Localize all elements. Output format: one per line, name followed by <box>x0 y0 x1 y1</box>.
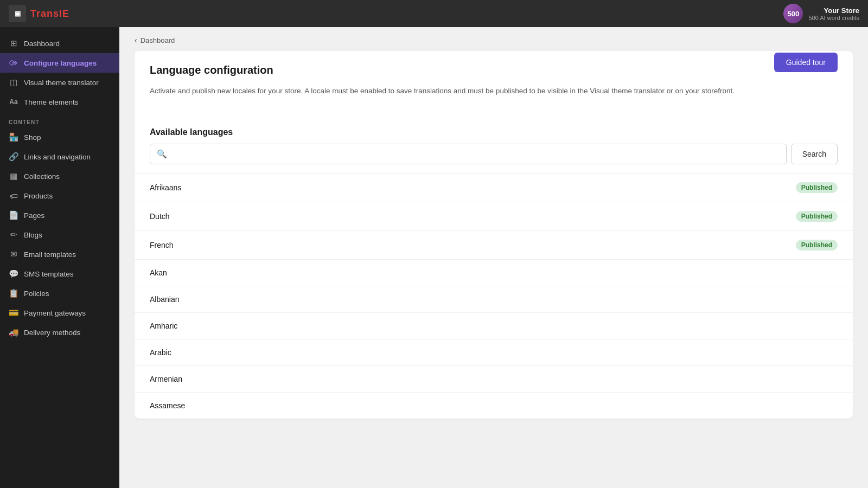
sidebar-item-collections[interactable]: ▦ Collections <box>0 166 119 186</box>
store-info: Your Store 500 AI word credits <box>808 7 859 21</box>
language-name: Amharic <box>150 322 177 330</box>
sidebar-label-collections: Collections <box>24 172 60 181</box>
layout: ⊞ Dashboard Configure languages ◫ Visual… <box>0 27 868 488</box>
status-badge: Published <box>796 182 838 193</box>
search-row: 🔍 Search <box>135 144 853 164</box>
language-list: AfrikaansPublishedDutchPublishedFrenchPu… <box>135 173 853 419</box>
breadcrumb-arrow: ‹ <box>135 36 137 44</box>
topbar-right: 500 Your Store 500 AI word credits <box>783 4 859 23</box>
language-name: Assamese <box>150 401 185 410</box>
links-navigation-icon: 🔗 <box>9 152 18 162</box>
dashboard-icon: ⊞ <box>9 38 18 48</box>
sidebar-label-visual-theme-translator: Visual theme translator <box>24 79 99 87</box>
language-row[interactable]: Albanian <box>135 286 853 312</box>
language-row[interactable]: FrenchPublished <box>135 230 853 259</box>
pages-icon: 📄 <box>9 210 18 220</box>
language-row[interactable]: Amharic <box>135 312 853 339</box>
language-name: Arabic <box>150 348 171 357</box>
language-row[interactable]: Assamese <box>135 392 853 419</box>
status-badge: Published <box>796 240 838 251</box>
sidebar-label-shop: Shop <box>24 133 41 142</box>
products-icon: 🏷 <box>9 191 18 201</box>
topbar: ▣ TranslE 500 Your Store 500 AI word cre… <box>0 0 868 27</box>
search-icon: 🔍 <box>157 149 167 159</box>
search-input[interactable] <box>171 144 780 164</box>
logo-icon: ▣ <box>9 5 26 22</box>
delivery-methods-icon: 🚚 <box>9 328 18 337</box>
language-row[interactable]: Arabic <box>135 339 853 365</box>
sidebar-label-theme-elements: Theme elements <box>24 98 79 106</box>
sidebar-item-visual-theme-translator[interactable]: ◫ Visual theme translator <box>0 73 119 92</box>
sidebar-label-configure-languages: Configure languages <box>24 59 97 67</box>
language-name: Albanian <box>150 295 180 304</box>
sidebar-item-payment-gateways[interactable]: 💳 Payment gateways <box>0 303 119 323</box>
sidebar-item-email-templates[interactable]: ✉ Email templates <box>0 245 119 264</box>
language-row[interactable]: Armenian <box>135 365 853 392</box>
visual-theme-translator-icon: ◫ <box>9 78 18 87</box>
language-name: Armenian <box>150 375 182 383</box>
language-name: Dutch <box>150 212 170 221</box>
blogs-icon: ✏ <box>9 230 18 240</box>
card-header: Language configuration Guided tour Activ… <box>135 51 853 117</box>
sidebar-label-delivery-methods: Delivery methods <box>24 329 80 337</box>
language-row[interactable]: AfrikaansPublished <box>135 173 853 202</box>
sidebar-item-theme-elements[interactable]: Aa Theme elements <box>0 92 119 112</box>
language-row[interactable]: Akan <box>135 259 853 286</box>
sidebar-label-dashboard: Dashboard <box>24 40 60 48</box>
card-title: Language configuration <box>150 64 838 76</box>
sms-templates-icon: 💬 <box>9 269 18 279</box>
sidebar-item-sms-templates[interactable]: 💬 SMS templates <box>0 264 119 284</box>
sidebar-label-policies: Policies <box>24 290 49 298</box>
language-name: Afrikaans <box>150 183 181 192</box>
breadcrumb: ‹ Dashboard <box>119 27 868 49</box>
store-avatar: 500 <box>783 4 803 23</box>
sidebar-item-policies[interactable]: 📋 Policies <box>0 284 119 303</box>
sidebar-item-dashboard[interactable]: ⊞ Dashboard <box>0 34 119 53</box>
store-name: Your Store <box>808 7 859 15</box>
sidebar-item-blogs[interactable]: ✏ Blogs <box>0 225 119 245</box>
search-input-wrap: 🔍 <box>150 144 787 164</box>
sidebar-label-pages: Pages <box>24 211 44 220</box>
sidebar-item-links-navigation[interactable]: 🔗 Links and navigation <box>0 147 119 166</box>
main-content: ‹ Dashboard Language configuration Guide… <box>119 27 868 488</box>
available-languages-title: Available languages <box>135 117 853 144</box>
payment-gateways-icon: 💳 <box>9 308 18 318</box>
collections-icon: ▦ <box>9 171 18 181</box>
sidebar-item-configure-languages[interactable]: Configure languages <box>0 53 119 73</box>
sidebar-label-blogs: Blogs <box>24 231 42 239</box>
language-row[interactable]: DutchPublished <box>135 202 853 230</box>
sidebar-item-delivery-methods[interactable]: 🚚 Delivery methods <box>0 323 119 342</box>
sidebar-label-links-navigation: Links and navigation <box>24 153 91 161</box>
guided-tour-button[interactable]: Guided tour <box>774 53 838 72</box>
sidebar-label-payment-gateways: Payment gateways <box>24 309 86 317</box>
card-description: Activate and publish new locales for you… <box>150 85 838 97</box>
language-config-card: Language configuration Guided tour Activ… <box>135 51 853 419</box>
sidebar-item-shop[interactable]: 🏪 Shop <box>0 127 119 147</box>
theme-elements-icon: Aa <box>9 97 18 107</box>
logo-text: TranslE <box>30 8 69 20</box>
search-button[interactable]: Search <box>791 144 838 164</box>
configure-languages-icon <box>9 58 18 68</box>
shop-icon: 🏪 <box>9 132 18 142</box>
email-templates-icon: ✉ <box>9 249 18 259</box>
store-credits: 500 AI word credits <box>808 15 859 21</box>
content-section-label: CONTENT <box>0 112 119 127</box>
sidebar-label-products: Products <box>24 192 53 200</box>
language-name: French <box>150 241 174 249</box>
sidebar-item-pages[interactable]: 📄 Pages <box>0 206 119 225</box>
breadcrumb-dashboard-link[interactable]: Dashboard <box>141 36 175 44</box>
logo: ▣ TranslE <box>9 5 69 22</box>
language-name: Akan <box>150 268 167 277</box>
sidebar-item-products[interactable]: 🏷 Products <box>0 186 119 206</box>
sidebar: ⊞ Dashboard Configure languages ◫ Visual… <box>0 27 119 488</box>
sidebar-label-email-templates: Email templates <box>24 251 76 259</box>
sidebar-label-sms-templates: SMS templates <box>24 270 74 278</box>
policies-icon: 📋 <box>9 288 18 298</box>
status-badge: Published <box>796 211 838 222</box>
